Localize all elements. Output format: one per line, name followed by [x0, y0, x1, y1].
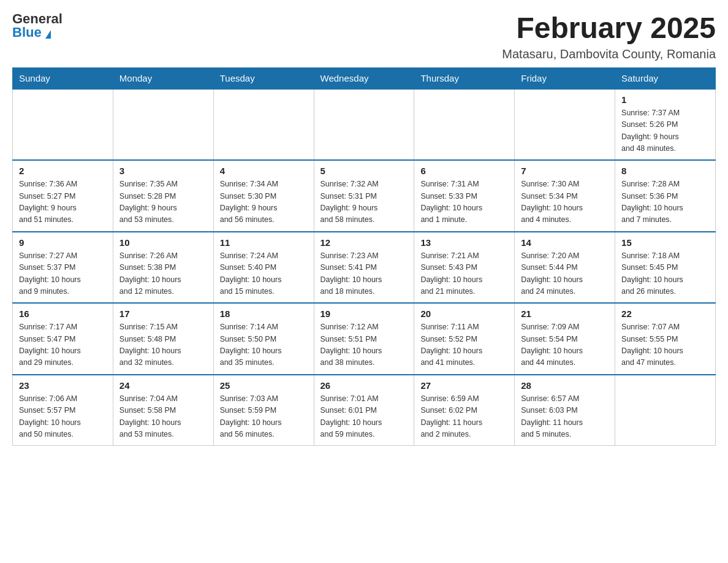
day-info: Sunrise: 6:59 AM Sunset: 6:02 PM Dayligh…: [420, 393, 508, 441]
weekday-header-thursday: Thursday: [414, 67, 515, 89]
calendar-cell: 6Sunrise: 7:31 AM Sunset: 5:33 PM Daylig…: [414, 160, 515, 232]
calendar-cell: 26Sunrise: 7:01 AM Sunset: 6:01 PM Dayli…: [314, 375, 414, 446]
day-number: 21: [521, 308, 609, 319]
weekday-header-friday: Friday: [515, 67, 615, 89]
calendar-cell: 2Sunrise: 7:36 AM Sunset: 5:27 PM Daylig…: [13, 160, 113, 232]
weekday-header-tuesday: Tuesday: [213, 67, 314, 89]
day-number: 8: [621, 166, 709, 176]
weekday-header-row: SundayMondayTuesdayWednesdayThursdayFrid…: [13, 67, 716, 89]
calendar-week-row-5: 23Sunrise: 7:06 AM Sunset: 5:57 PM Dayli…: [13, 375, 716, 446]
calendar-week-row-2: 2Sunrise: 7:36 AM Sunset: 5:27 PM Daylig…: [13, 160, 716, 232]
calendar-cell: 23Sunrise: 7:06 AM Sunset: 5:57 PM Dayli…: [13, 375, 113, 446]
day-number: 7: [521, 166, 609, 176]
calendar-cell: 20Sunrise: 7:11 AM Sunset: 5:52 PM Dayli…: [414, 303, 515, 375]
weekday-header-sunday: Sunday: [13, 67, 113, 89]
calendar-cell: 28Sunrise: 6:57 AM Sunset: 6:03 PM Dayli…: [515, 375, 615, 446]
day-number: 24: [119, 380, 207, 391]
calendar-cell: 14Sunrise: 7:20 AM Sunset: 5:44 PM Dayli…: [515, 232, 615, 304]
day-info: Sunrise: 7:17 AM Sunset: 5:47 PM Dayligh…: [19, 321, 107, 369]
calendar-cell: 1Sunrise: 7:37 AM Sunset: 5:26 PM Daylig…: [615, 89, 716, 161]
calendar-cell: 4Sunrise: 7:34 AM Sunset: 5:30 PM Daylig…: [213, 160, 314, 232]
logo-triangle-icon: [45, 30, 51, 39]
logo-blue-text: Blue: [12, 25, 42, 40]
calendar-cell: 11Sunrise: 7:24 AM Sunset: 5:40 PM Dayli…: [213, 232, 314, 304]
day-info: Sunrise: 7:18 AM Sunset: 5:45 PM Dayligh…: [621, 250, 709, 298]
day-info: Sunrise: 7:04 AM Sunset: 5:58 PM Dayligh…: [119, 393, 207, 441]
day-number: 13: [420, 237, 508, 248]
calendar-week-row-3: 9Sunrise: 7:27 AM Sunset: 5:37 PM Daylig…: [13, 232, 716, 304]
day-number: 12: [320, 237, 408, 248]
day-info: Sunrise: 7:23 AM Sunset: 5:41 PM Dayligh…: [320, 250, 408, 298]
calendar-cell: 7Sunrise: 7:30 AM Sunset: 5:34 PM Daylig…: [515, 160, 615, 232]
day-number: 22: [621, 308, 709, 319]
day-number: 18: [220, 308, 308, 319]
calendar-cell: [314, 89, 414, 161]
logo: General Blue: [12, 12, 63, 39]
day-info: Sunrise: 7:15 AM Sunset: 5:48 PM Dayligh…: [119, 321, 207, 369]
day-info: Sunrise: 7:11 AM Sunset: 5:52 PM Dayligh…: [420, 321, 508, 369]
day-number: 1: [621, 94, 709, 105]
day-number: 26: [320, 380, 408, 391]
weekday-header-wednesday: Wednesday: [314, 67, 414, 89]
page-header: General Blue February 2025 Matasaru, Dam…: [12, 12, 716, 61]
day-number: 10: [119, 237, 207, 248]
calendar-table: SundayMondayTuesdayWednesdayThursdayFrid…: [12, 67, 716, 446]
weekday-header-monday: Monday: [113, 67, 213, 89]
calendar-cell: 5Sunrise: 7:32 AM Sunset: 5:31 PM Daylig…: [314, 160, 414, 232]
day-number: 11: [220, 237, 308, 248]
calendar-week-row-4: 16Sunrise: 7:17 AM Sunset: 5:47 PM Dayli…: [13, 303, 716, 375]
title-block: February 2025 Matasaru, Dambovita County…: [502, 12, 716, 61]
day-info: Sunrise: 7:28 AM Sunset: 5:36 PM Dayligh…: [621, 178, 709, 226]
day-info: Sunrise: 7:01 AM Sunset: 6:01 PM Dayligh…: [320, 393, 408, 441]
day-number: 6: [420, 166, 508, 176]
calendar-cell: 16Sunrise: 7:17 AM Sunset: 5:47 PM Dayli…: [13, 303, 113, 375]
day-info: Sunrise: 7:26 AM Sunset: 5:38 PM Dayligh…: [119, 250, 207, 298]
day-info: Sunrise: 7:32 AM Sunset: 5:31 PM Dayligh…: [320, 178, 408, 226]
day-number: 3: [119, 166, 207, 176]
day-number: 9: [19, 237, 107, 248]
calendar-cell: 19Sunrise: 7:12 AM Sunset: 5:51 PM Dayli…: [314, 303, 414, 375]
day-info: Sunrise: 7:27 AM Sunset: 5:37 PM Dayligh…: [19, 250, 107, 298]
calendar-title: February 2025: [502, 12, 716, 45]
day-info: Sunrise: 7:30 AM Sunset: 5:34 PM Dayligh…: [521, 178, 609, 226]
calendar-cell: [213, 89, 314, 161]
calendar-cell: 25Sunrise: 7:03 AM Sunset: 5:59 PM Dayli…: [213, 375, 314, 446]
day-number: 14: [521, 237, 609, 248]
day-number: 20: [420, 308, 508, 319]
day-info: Sunrise: 7:03 AM Sunset: 5:59 PM Dayligh…: [220, 393, 308, 441]
calendar-cell: 18Sunrise: 7:14 AM Sunset: 5:50 PM Dayli…: [213, 303, 314, 375]
calendar-cell: 17Sunrise: 7:15 AM Sunset: 5:48 PM Dayli…: [113, 303, 213, 375]
calendar-cell: [515, 89, 615, 161]
day-info: Sunrise: 7:14 AM Sunset: 5:50 PM Dayligh…: [220, 321, 308, 369]
logo-blue-row: Blue: [12, 26, 51, 39]
day-number: 19: [320, 308, 408, 319]
day-number: 25: [220, 380, 308, 391]
calendar-cell: 8Sunrise: 7:28 AM Sunset: 5:36 PM Daylig…: [615, 160, 716, 232]
day-info: Sunrise: 7:09 AM Sunset: 5:54 PM Dayligh…: [521, 321, 609, 369]
calendar-cell: [13, 89, 113, 161]
calendar-cell: [414, 89, 515, 161]
day-number: 16: [19, 308, 107, 319]
day-info: Sunrise: 7:31 AM Sunset: 5:33 PM Dayligh…: [420, 178, 508, 226]
calendar-cell: 10Sunrise: 7:26 AM Sunset: 5:38 PM Dayli…: [113, 232, 213, 304]
calendar-subtitle: Matasaru, Dambovita County, Romania: [502, 47, 716, 61]
calendar-cell: 13Sunrise: 7:21 AM Sunset: 5:43 PM Dayli…: [414, 232, 515, 304]
day-info: Sunrise: 7:07 AM Sunset: 5:55 PM Dayligh…: [621, 321, 709, 369]
day-number: 4: [220, 166, 308, 176]
day-info: Sunrise: 7:37 AM Sunset: 5:26 PM Dayligh…: [621, 107, 709, 155]
day-number: 23: [19, 380, 107, 391]
calendar-cell: 27Sunrise: 6:59 AM Sunset: 6:02 PM Dayli…: [414, 375, 515, 446]
weekday-header-saturday: Saturday: [615, 67, 716, 89]
day-number: 28: [521, 380, 609, 391]
day-number: 27: [420, 380, 508, 391]
calendar-cell: [113, 89, 213, 161]
calendar-cell: 12Sunrise: 7:23 AM Sunset: 5:41 PM Dayli…: [314, 232, 414, 304]
day-info: Sunrise: 7:35 AM Sunset: 5:28 PM Dayligh…: [119, 178, 207, 226]
day-info: Sunrise: 7:36 AM Sunset: 5:27 PM Dayligh…: [19, 178, 107, 226]
day-info: Sunrise: 6:57 AM Sunset: 6:03 PM Dayligh…: [521, 393, 609, 441]
calendar-cell: 22Sunrise: 7:07 AM Sunset: 5:55 PM Dayli…: [615, 303, 716, 375]
day-number: 15: [621, 237, 709, 248]
day-info: Sunrise: 7:12 AM Sunset: 5:51 PM Dayligh…: [320, 321, 408, 369]
day-info: Sunrise: 7:24 AM Sunset: 5:40 PM Dayligh…: [220, 250, 308, 298]
calendar-cell: [615, 375, 716, 446]
